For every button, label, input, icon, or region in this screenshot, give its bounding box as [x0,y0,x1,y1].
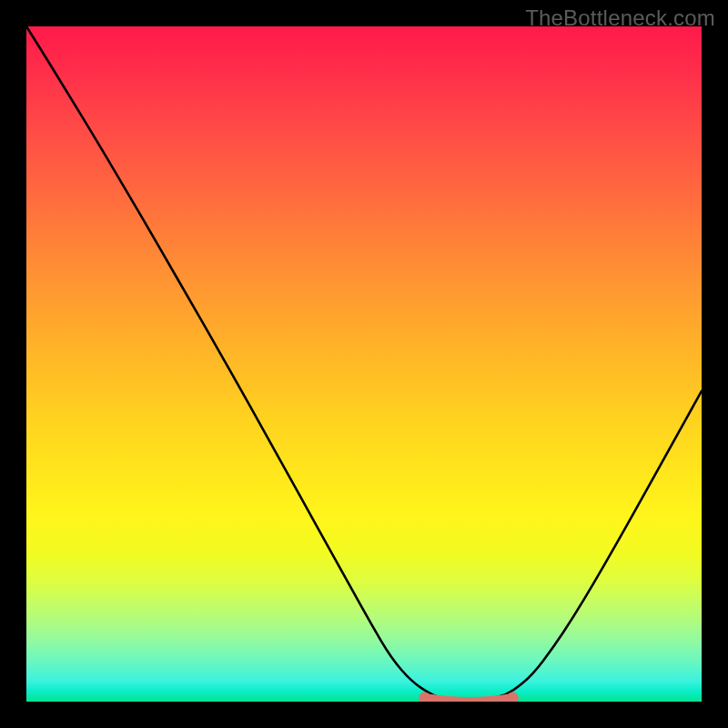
valley-curve [26,26,702,701]
watermark-text: TheBottleneck.com [525,5,715,31]
chart-svg [26,26,702,702]
highlight-marker [419,693,518,702]
chart-frame: TheBottleneck.com [0,0,728,728]
plot-area [26,26,702,702]
